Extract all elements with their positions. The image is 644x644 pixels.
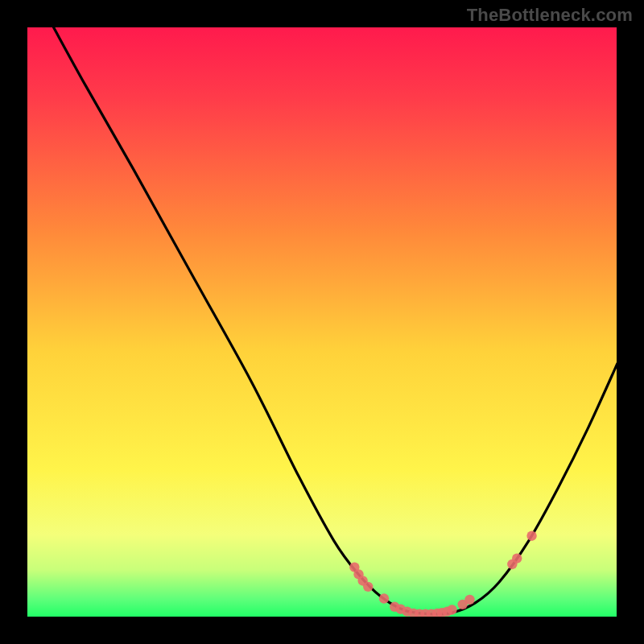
data-marker <box>464 595 474 605</box>
data-marker <box>447 605 456 614</box>
data-marker <box>526 531 536 541</box>
data-marker <box>363 582 373 592</box>
watermark-text: TheBottleneck.com <box>467 5 633 26</box>
data-marker <box>512 553 522 563</box>
data-marker <box>379 593 389 603</box>
bottleneck-curve-chart <box>0 0 644 644</box>
chart-frame: TheBottleneck.com <box>0 0 644 644</box>
gradient-background <box>27 27 617 617</box>
